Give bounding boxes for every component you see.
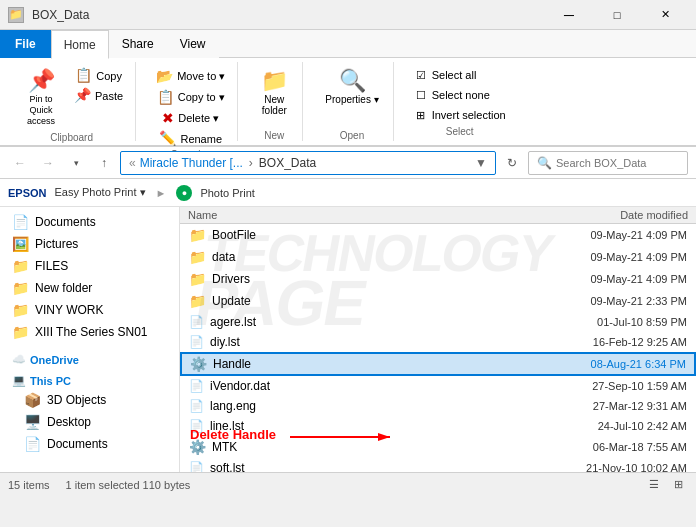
file-name-diy: 📄 diy.lst — [189, 335, 527, 349]
new-folder-icon: 📁 — [261, 70, 288, 92]
new-group: 📁 Newfolder New — [246, 62, 303, 141]
tab-share[interactable]: Share — [109, 30, 167, 58]
search-input[interactable] — [556, 157, 679, 169]
copy-to-label: Copy to ▾ — [178, 91, 225, 104]
file-date: 27-Mar-12 9:31 AM — [527, 400, 687, 412]
move-to-button[interactable]: 📂 Move to ▾ — [152, 66, 229, 85]
file-date: 21-Nov-10 10:02 AM — [527, 462, 687, 472]
file-row[interactable]: 📁 data 09-May-21 4:09 PM — [180, 246, 696, 268]
file-row[interactable]: ⚙️ MTK 06-Mar-18 7:55 AM — [180, 436, 696, 458]
select-label: Select — [446, 124, 474, 137]
file-row[interactable]: 📄 lang.eng 27-Mar-12 9:31 AM — [180, 396, 696, 416]
path-part-1[interactable]: Miracle Thunder [... — [140, 156, 243, 170]
back-button[interactable]: ← — [8, 151, 32, 175]
maximize-button[interactable]: □ — [594, 0, 640, 30]
file-row[interactable]: 📁 BootFile 09-May-21 4:09 PM — [180, 224, 696, 246]
file-name-data: 📁 data — [189, 249, 527, 265]
open-group: 🔍 Properties ▾ Open — [311, 62, 393, 141]
refresh-button[interactable]: ↻ — [500, 151, 524, 175]
copy-to-button[interactable]: 📋 Copy to ▾ — [152, 87, 229, 106]
copy-label: Copy — [96, 70, 122, 82]
file-row[interactable]: 📁 Drivers 09-May-21 4:09 PM — [180, 268, 696, 290]
sidebar-item-xiii[interactable]: 📁 XIII The Series SN01 — [0, 321, 179, 343]
sidebar-item-documents2[interactable]: 📄 Documents — [0, 433, 179, 455]
tab-home[interactable]: Home — [51, 30, 109, 59]
photo-print-label[interactable]: Photo Print — [200, 187, 254, 199]
sidebar-item-viny-work[interactable]: 📁 VINY WORK — [0, 299, 179, 321]
copy-button[interactable]: 📋 Copy — [70, 66, 127, 84]
epson-easy-photo-print[interactable]: Easy Photo Print ▾ — [55, 186, 146, 199]
file-row[interactable]: 📄 soft.lst 21-Nov-10 10:02 AM — [180, 458, 696, 472]
up-button[interactable]: ↑ — [92, 151, 116, 175]
organize-group-content: 📂 Move to ▾ 📋 Copy to ▾ ✖ Delete ▾ ✏️ Re… — [152, 62, 229, 147]
properties-button[interactable]: 🔍 Properties ▾ — [319, 66, 384, 109]
close-button[interactable]: ✕ — [642, 0, 688, 30]
sidebar-item-label-xiii: XIII The Series SN01 — [35, 325, 148, 339]
tab-file[interactable]: File — [0, 30, 51, 58]
open-group-content: 🔍 Properties ▾ — [319, 62, 384, 128]
desktop-icon: 🖥️ — [24, 414, 41, 430]
file-name-lang: 📄 lang.eng — [189, 399, 527, 413]
paste-label: Paste — [95, 90, 123, 102]
properties-label: Properties ▾ — [325, 94, 378, 105]
search-box[interactable]: 🔍 — [528, 151, 688, 175]
file-date: 09-May-21 4:09 PM — [527, 251, 687, 263]
file-row[interactable]: 📄 line.lst 24-Jul-10 2:42 AM — [180, 416, 696, 436]
path-dropdown-arrow[interactable]: ▼ — [475, 156, 487, 170]
sidebar-item-desktop[interactable]: 🖥️ Desktop — [0, 411, 179, 433]
file-label: diy.lst — [210, 335, 240, 349]
file-row[interactable]: 📄 agere.lst 01-Jul-10 8:59 PM — [180, 312, 696, 332]
section-onedrive[interactable]: ☁️ OneDrive — [0, 347, 179, 368]
pin-to-quick-access-button[interactable]: 📌 Pin to Quick access — [16, 66, 66, 130]
clipboard-group-content: 📌 Pin to Quick access 📋 Copy 📌 Paste — [16, 62, 127, 130]
file-row[interactable]: 📄 diy.lst 16-Feb-12 9:25 AM — [180, 332, 696, 352]
file-label: iVendor.dat — [210, 379, 270, 393]
minimize-button[interactable]: ─ — [546, 0, 592, 30]
large-icons-view-button[interactable]: ⊞ — [668, 475, 688, 495]
select-all-button[interactable]: ☑ Select all — [410, 66, 510, 84]
sidebar-item-documents[interactable]: 📄 Documents — [0, 211, 179, 233]
col-header-name[interactable]: Name — [188, 209, 528, 221]
sidebar-item-label-3d: 3D Objects — [47, 393, 106, 407]
select-none-label: Select none — [432, 89, 490, 101]
sidebar-item-label-documents: Documents — [35, 215, 96, 229]
move-to-icon: 📂 — [156, 69, 173, 83]
file-list-header: Name Date modified — [180, 207, 696, 224]
address-path[interactable]: « Miracle Thunder [... › BOX_Data ▼ — [120, 151, 496, 175]
path-separator: › — [249, 156, 253, 170]
select-none-button[interactable]: ☐ Select none — [410, 86, 510, 104]
paste-button[interactable]: 📌 Paste — [70, 86, 127, 104]
forward-button[interactable]: → — [36, 151, 60, 175]
new-group-content: 📁 Newfolder — [254, 62, 294, 128]
rename-button[interactable]: ✏️ Rename — [152, 129, 229, 147]
new-folder-button[interactable]: 📁 Newfolder — [254, 66, 294, 120]
view-controls: ☰ ⊞ — [644, 475, 688, 495]
title-bar-icons: 📁 — [8, 7, 24, 23]
sidebar-item-3d-objects[interactable]: 📦 3D Objects — [0, 389, 179, 411]
epson-bar: EPSON Easy Photo Print ▾ ► ● Photo Print — [0, 179, 696, 207]
select-none-icon: ☐ — [414, 88, 428, 102]
rename-icon: ✏️ — [159, 131, 176, 145]
sidebar-item-new-folder[interactable]: 📁 New folder — [0, 277, 179, 299]
this-pc-label: This PC — [30, 375, 71, 387]
file-label: data — [212, 250, 235, 264]
invert-selection-button[interactable]: ⊞ Invert selection — [410, 106, 510, 124]
file-row[interactable]: 📁 Update 09-May-21 2:33 PM — [180, 290, 696, 312]
file-name-bootfile: 📁 BootFile — [189, 227, 527, 243]
section-this-pc[interactable]: 💻 This PC — [0, 368, 179, 389]
details-view-button[interactable]: ☰ — [644, 475, 664, 495]
this-pc-icon: 💻 — [12, 374, 26, 387]
select-all-icon: ☑ — [414, 68, 428, 82]
file-doc-icon: 📄 — [189, 379, 204, 393]
file-row[interactable]: 📄 iVendor.dat 27-Sep-10 1:59 AM — [180, 376, 696, 396]
col-header-date[interactable]: Date modified — [528, 209, 688, 221]
organize-col: 📂 Move to ▾ 📋 Copy to ▾ ✖ Delete ▾ ✏️ Re… — [152, 66, 229, 147]
recent-locations-button[interactable]: ▾ — [64, 151, 88, 175]
file-doc-icon: 📄 — [189, 461, 204, 472]
sidebar-item-files[interactable]: 📁 FILES — [0, 255, 179, 277]
file-row-handle[interactable]: ⚙️ Handle 08-Aug-21 6:34 PM — [180, 352, 696, 376]
delete-button[interactable]: ✖ Delete ▾ — [152, 108, 229, 127]
tab-view[interactable]: View — [167, 30, 219, 58]
sidebar-item-label-pictures: Pictures — [35, 237, 78, 251]
sidebar-item-pictures[interactable]: 🖼️ Pictures — [0, 233, 179, 255]
